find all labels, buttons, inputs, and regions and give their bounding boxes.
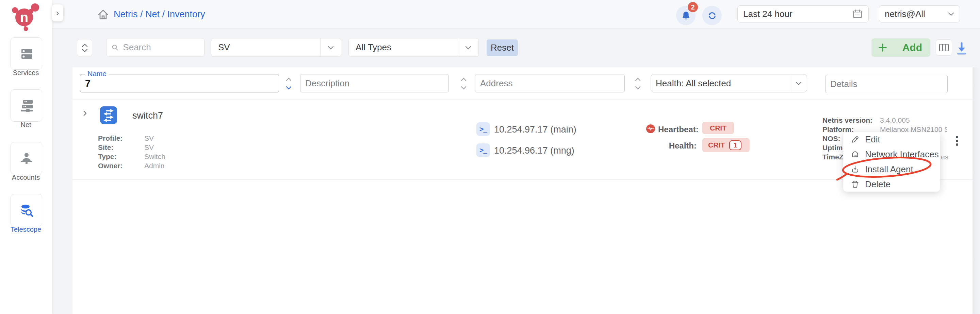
column-settings-button[interactable] [936,40,952,56]
profile-label: Profile: [98,134,123,143]
health-count-badge: 1 [729,140,741,150]
health-status-text: CRIT [708,141,725,149]
row-actions-menu-button[interactable] [955,135,959,146]
select-cap [790,75,807,92]
menu-item-install-agent[interactable]: Install Agent [843,162,940,177]
menu-item-delete[interactable]: Delete [843,177,940,192]
chevron-right-icon: › [56,8,59,18]
type-filter-select[interactable]: All Types [348,38,479,57]
sidebar-item-net-label: Net [0,121,52,129]
timezone-value-fragment: es [941,153,948,161]
search-field[interactable] [122,42,199,53]
description-placeholder: Description [305,78,350,89]
type-value: Switch [144,152,165,161]
sort-up-icon [461,77,466,81]
details-filter-input[interactable]: Details [825,75,948,93]
site-label: Site: [98,143,114,152]
install-agent-icon [851,165,859,174]
sort-down-icon [461,86,466,90]
name-sort-control[interactable] [284,77,293,90]
sidebar-collapse-button[interactable]: › [52,5,63,21]
menu-item-network-interfaces[interactable]: Network Interfaces [843,147,940,162]
description-filter-input[interactable]: Description [300,74,449,92]
sort-up-icon [635,77,641,81]
site-filter-select[interactable]: SV [211,38,341,57]
owner-value: Admin [144,162,165,170]
description-sort-control[interactable] [459,77,468,90]
address-mng: 10.254.96.17 (mng) [494,146,574,156]
sidebar-item-telescope-label: Telescope [0,226,52,233]
row-expand-chevron[interactable]: › [83,106,87,118]
up-down-chevrons-icon [81,43,89,53]
notification-badge: 2 [688,2,698,12]
download-icon[interactable] [954,41,969,56]
menu-item-label: Delete [865,179,891,190]
heartbeat-label: Heartbeat: [658,125,698,134]
address-main: 10.254.97.17 (main) [494,124,576,135]
sidebar-item-telescope[interactable] [11,194,42,226]
sidebar-item-accounts-label: Accounts [0,174,52,181]
terminal-icon[interactable]: >_ [476,122,490,136]
sidebar-item-services-label: Services [0,69,52,77]
vertical-scrollbar[interactable] [972,67,980,314]
netris-version-label: Netris version: [822,116,872,124]
health-status-badge: CRIT 1 [702,138,749,152]
menu-item-label: Edit [865,134,880,145]
type-label: Type: [98,152,116,161]
name-column-label: Name [85,70,109,78]
profile-value: SV [144,134,154,143]
netris-logo[interactable]: n [11,3,40,32]
menu-item-label: Install Agent [865,164,913,174]
netris-version-value: 3.4.0.005 [880,116,910,124]
time-range-value: Last 24 hour [743,9,792,19]
tenant-select[interactable]: netris@All [879,5,960,22]
time-range-picker[interactable]: Last 24 hour [737,5,869,22]
sidebar-item-accounts[interactable] [11,142,42,174]
address-filter-input[interactable]: Address [475,74,625,92]
heartbeat-icon [646,124,655,133]
net-icon [19,98,34,113]
tenant-value: netris@All [885,9,925,19]
chevron-down-icon [948,12,954,16]
site-filter-value: SV [218,42,230,53]
trash-icon [851,180,859,189]
sort-up-icon [286,77,292,81]
inventory-table [73,67,972,314]
search-input[interactable] [106,38,205,57]
sidebar-item-net[interactable] [11,89,42,122]
chevron-down-icon [328,46,334,50]
select-cap [320,38,341,56]
sidebar-item-services[interactable] [11,37,42,70]
details-placeholder: Details [830,79,857,89]
row-context-menu: Edit Network Interfaces Install Agent De… [843,132,940,192]
health-filter-select[interactable]: Health: All selected [651,74,807,92]
header-divider [73,100,972,100]
reset-button[interactable]: Reset [487,40,518,56]
site-value: SV [144,143,154,152]
pencil-icon [851,135,859,144]
address-sort-control[interactable] [633,77,643,90]
columns-icon [939,43,949,52]
chevron-down-icon [465,46,471,50]
breadcrumb[interactable]: Netris / Net / Inventory [114,9,205,20]
home-icon[interactable] [96,8,110,21]
sort-down-icon [635,86,641,90]
menu-item-label: Network Interfaces [865,149,939,160]
refresh-button[interactable] [702,6,722,25]
search-icon [111,43,119,52]
svg-text:n: n [20,10,28,25]
name-filter-input[interactable]: 7 [80,74,279,92]
owner-label: Owner: [98,162,123,170]
menu-item-edit[interactable]: Edit [843,132,940,147]
type-filter-value: All Types [356,42,391,53]
address-placeholder: Address [480,78,512,89]
heartbeat-status-badge: CRIT [702,122,734,134]
calendar-icon [852,8,863,19]
accounts-icon [19,151,34,166]
terminal-icon[interactable]: >_ [476,143,490,157]
add-button[interactable]: Add [872,38,930,57]
health-filter-value: Health: All selected [656,78,731,89]
add-button-label: Add [902,42,922,53]
expand-collapse-all-button[interactable] [77,39,92,56]
chevron-down-icon [795,81,802,85]
